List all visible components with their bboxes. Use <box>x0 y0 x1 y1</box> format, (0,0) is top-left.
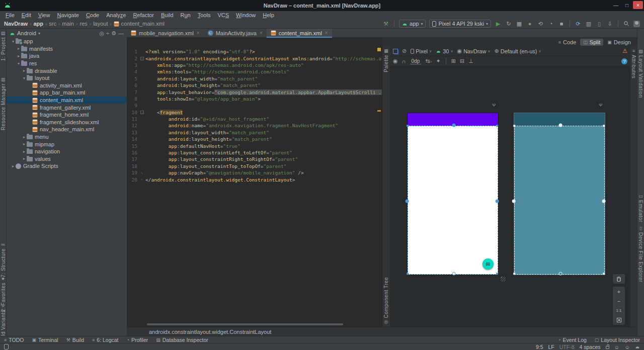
tree-collapsed-arrow-icon[interactable]: ▸ <box>22 68 27 73</box>
tree-row[interactable]: fragment_slideshow.xml <box>7 119 127 126</box>
design-canvas[interactable]: Ψ Ψ ✉ <box>390 66 630 327</box>
zoom-fit-button[interactable] <box>613 315 625 325</box>
blueprint-view-phone[interactable] <box>514 113 605 275</box>
constraint-anchor[interactable] <box>452 124 456 127</box>
build-hammer-icon[interactable]: ⚒ <box>382 20 389 27</box>
tree-row[interactable]: app_bar_main.xml <box>7 89 127 97</box>
editor-error-stripe[interactable] <box>376 46 382 327</box>
tree-row[interactable]: ▾layout <box>7 74 127 82</box>
constraint-anchor[interactable] <box>513 125 515 127</box>
api-version-menu[interactable]: 30∨ <box>436 48 453 54</box>
constraint-anchor[interactable] <box>559 272 562 276</box>
tool-stripe-button-emulator[interactable]: ▭Emulator <box>637 194 644 222</box>
breadcrumb-item[interactable]: NavDraw <box>4 21 28 27</box>
warning-stripe-mark[interactable] <box>377 110 381 112</box>
design-view-phone[interactable]: ✉ <box>408 113 498 275</box>
breadcrumb-item[interactable]: app <box>33 21 43 27</box>
tool-button-profiler[interactable]: ◔Profiler <box>127 337 148 343</box>
warning-icon[interactable]: ⚠ <box>622 48 627 54</box>
align-icon[interactable]: ⊟ <box>460 58 464 64</box>
maximize-icon[interactable]: □ <box>622 1 632 9</box>
editor-horizontal-scrollbar[interactable] <box>147 323 343 325</box>
feedback-smiley-icon[interactable]: ☺ <box>624 344 630 350</box>
project-view-selector[interactable]: Android <box>17 30 36 36</box>
tool-button-todo[interactable]: ≡TODO <box>4 337 24 343</box>
tree-row[interactable]: ▸menu <box>7 133 127 141</box>
constraint-anchor[interactable] <box>559 124 562 127</box>
tab-mobile_navigation-xml[interactable]: mobile_navigation.xml× <box>127 29 204 37</box>
zoom-out-button[interactable]: − <box>613 296 625 306</box>
apply-changes-icon[interactable]: ↻ <box>505 20 512 27</box>
write-lock-icon[interactable] <box>606 346 609 349</box>
run-button[interactable]: ▶ <box>495 20 502 27</box>
locale-menu[interactable]: ⊕ Default (en-us)∨ <box>495 48 541 54</box>
search-everywhere-icon[interactable] <box>623 20 630 27</box>
breadcrumb-item[interactable]: res <box>80 21 88 27</box>
mode-toggle-code[interactable]: ≡Code <box>555 39 580 46</box>
tree-row[interactable]: ▸mipmap <box>7 140 127 148</box>
menu-item-run[interactable]: Run <box>177 12 194 18</box>
caret-position[interactable]: 9:5 <box>536 344 543 350</box>
sdk-manager-icon[interactable]: ⇩ <box>606 20 613 27</box>
menu-item-code[interactable]: Code <box>83 12 103 18</box>
edit-run-configs-icon[interactable]: ▥ <box>585 20 592 27</box>
menu-item-edit[interactable]: Edit <box>18 12 35 18</box>
tab-content_main-xml[interactable]: content_main.xml× <box>267 29 332 37</box>
breadcrumb-item[interactable]: src <box>49 21 56 27</box>
resize-handle[interactable] <box>501 277 506 282</box>
tree-row[interactable]: ▸Gradle Scripts <box>7 162 127 170</box>
orientation-icon[interactable]: ⊘ <box>402 48 407 54</box>
constraint-anchor[interactable] <box>512 200 516 203</box>
clear-constraints-icon[interactable]: ⇆× <box>425 58 432 64</box>
tree-row[interactable]: content_main.xml <box>7 97 127 104</box>
tree-row[interactable]: ▾res <box>7 60 127 67</box>
tool-stripe-button-resource-manager[interactable]: ▥Resource Manager <box>0 77 6 130</box>
file-encoding[interactable]: UTF-8 <box>559 344 575 350</box>
constraint-anchor[interactable] <box>407 125 409 127</box>
component-tree-tab[interactable]: Component Tree ◎ <box>382 277 390 325</box>
tool-button-6-logcat[interactable]: ≡6: Logcat <box>92 337 118 343</box>
constraint-anchor[interactable] <box>513 273 515 275</box>
fold-marker-icon[interactable]: − <box>139 111 145 114</box>
constraint-anchor[interactable] <box>602 200 606 203</box>
menu-item-vcs[interactable]: VCS <box>214 12 232 18</box>
menu-item-tools[interactable]: Tools <box>194 12 214 18</box>
tool-button-terminal[interactable]: ▣Terminal <box>32 337 58 343</box>
zoom-in-button[interactable]: + <box>613 287 625 296</box>
fold-marker-icon[interactable]: − <box>139 57 145 60</box>
theme-menu[interactable]: ◉ NavDraw∨ <box>457 48 491 54</box>
attributes-tab[interactable]: ≡ Attributes <box>630 48 637 78</box>
fold-marker-icon[interactable]: ∟ <box>139 171 145 175</box>
menu-item-file[interactable]: File <box>2 12 18 18</box>
tree-collapsed-arrow-icon[interactable]: ▸ <box>22 135 27 139</box>
locate-file-icon[interactable]: ◎ <box>99 30 104 37</box>
constraint-anchor[interactable] <box>603 125 605 127</box>
stop-button[interactable]: ■ <box>558 20 565 27</box>
line-separator[interactable]: LF <box>548 344 554 350</box>
constraint-anchor[interactable] <box>603 273 605 275</box>
tree-collapsed-arrow-icon[interactable]: ▸ <box>22 142 27 146</box>
pan-icon[interactable] <box>613 274 625 284</box>
tool-window-switcher-icon[interactable] <box>4 344 9 349</box>
menu-item-help[interactable]: Help <box>259 12 278 18</box>
profile-app-icon[interactable]: ▦ <box>516 20 523 27</box>
constraint-anchor[interactable] <box>496 273 498 275</box>
fold-end-icon[interactable]: ∟ <box>141 178 143 182</box>
mode-toggle-split[interactable]: ◫Split <box>580 39 603 46</box>
debug-button[interactable]: ● <box>526 20 533 27</box>
tree-collapsed-arrow-icon[interactable]: ▸ <box>22 149 27 154</box>
menu-item-window[interactable]: Window <box>232 12 259 18</box>
indent-setting[interactable]: 4 spaces <box>580 344 601 350</box>
component-breadcrumb[interactable]: androidx.constraintlayout.widget.Constra… <box>149 329 271 335</box>
email-fab[interactable]: ✉ <box>482 258 494 270</box>
fold-end-icon[interactable]: ∟ <box>141 171 143 175</box>
tree-row[interactable]: ▸values <box>7 155 127 163</box>
infer-constraints-icon[interactable]: ✦ <box>436 58 441 64</box>
tree-expanded-arrow-icon[interactable]: ▾ <box>22 76 27 80</box>
highlighting-level-icon[interactable]: ☺ <box>614 344 620 350</box>
view-options-icon[interactable]: ◉ <box>393 58 398 64</box>
fold-marker-icon[interactable]: ∟ <box>139 178 145 182</box>
avd-manager-icon[interactable]: ▯ <box>596 20 603 27</box>
tree-row[interactable]: fragment_gallery.xml <box>7 104 127 111</box>
menu-item-view[interactable]: View <box>35 12 54 18</box>
